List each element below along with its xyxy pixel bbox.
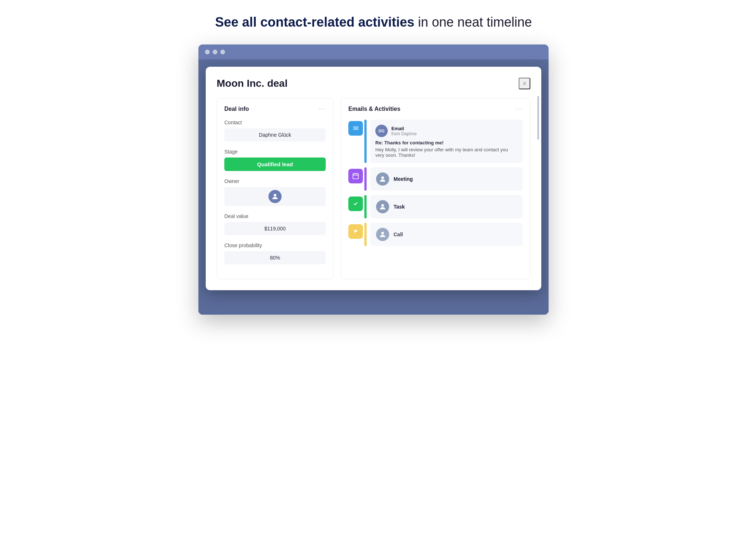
browser-dot-2 (213, 50, 217, 54)
page-headline: See all contact-related activities in on… (215, 15, 532, 30)
meeting-bar (364, 167, 367, 191)
activity-task-row: Task (348, 195, 523, 218)
stage-label: Stage (224, 149, 326, 155)
email-icon-col: ✉ (348, 120, 364, 163)
email-content-col: DG Email from Daphne Re: Thanks for cont… (370, 120, 523, 163)
task-content-col: Task (370, 195, 523, 218)
call-content-col: Call (370, 223, 523, 246)
contact-label: Contact (224, 120, 326, 125)
close-icon: × (522, 79, 527, 88)
modal-close-button[interactable]: × (519, 78, 530, 89)
svg-rect-10 (354, 233, 355, 233)
contact-value[interactable]: Daphne Glück (224, 128, 326, 141)
contact-field: Contact Daphne Glück (224, 120, 326, 141)
browser-dot-3 (220, 50, 225, 54)
browser-titlebar (198, 44, 549, 59)
email-type: Email (391, 126, 417, 131)
email-icon: ✉ (348, 121, 363, 136)
email-header-row: DG Email from Daphne (375, 125, 518, 137)
call-person-avatar (376, 228, 389, 241)
deal-info-panel-header: Deal info ··· (224, 106, 326, 112)
svg-point-7 (381, 204, 384, 207)
modal-dialog: Moon Inc. deal × Deal info ··· Contact (206, 67, 541, 290)
svg-rect-1 (353, 174, 359, 179)
browser-content: De Ma Pipel Twis Ridg Blue Yello Close S… (198, 59, 549, 315)
activity-call-row: Call (348, 223, 523, 246)
owner-label: Owner (224, 178, 326, 184)
email-card: DG Email from Daphne Re: Thanks for cont… (370, 120, 523, 163)
deal-value-field: Deal value $119,000 (224, 213, 326, 235)
close-prob-field: Close probability 80% (224, 242, 326, 264)
owner-avatar-container (224, 187, 326, 206)
meeting-name: Meeting (394, 176, 413, 182)
email-from: from Daphne (391, 131, 417, 136)
call-card: Call (370, 223, 523, 246)
stage-value[interactable]: Qualified lead (224, 158, 326, 171)
meeting-icon-col (348, 167, 364, 191)
activities-panel-header: Emails & Activities ··· (348, 106, 523, 112)
meeting-content-col: Meeting (370, 167, 523, 191)
deal-info-more-button[interactable]: ··· (319, 106, 326, 112)
browser-window: De Ma Pipel Twis Ridg Blue Yello Close S… (198, 44, 549, 315)
owner-avatar (268, 190, 282, 203)
svg-point-5 (381, 176, 384, 179)
deal-value[interactable]: $119,000 (224, 222, 326, 235)
activity-meeting-row: Meeting (348, 167, 523, 191)
activity-email-row: ✉ DG Email from Daphne (348, 120, 523, 163)
task-card: Task (370, 195, 523, 218)
email-meta: Email from Daphne (391, 126, 417, 136)
deal-info-panel-title: Deal info (224, 106, 249, 112)
meeting-person-avatar (376, 172, 389, 186)
call-icon-col (348, 223, 364, 246)
task-icon-col (348, 195, 364, 218)
owner-field: Owner (224, 178, 326, 206)
call-bar (364, 223, 367, 246)
email-bar (364, 120, 367, 163)
deal-info-panel: Deal info ··· Contact Daphne Glück Stage… (217, 98, 333, 279)
close-prob-label: Close probability (224, 242, 326, 248)
email-subject: Re: Thanks for contacting me! (375, 140, 518, 145)
call-name: Call (394, 232, 403, 237)
modal-title: Moon Inc. deal (217, 78, 287, 89)
svg-rect-9 (354, 230, 357, 232)
task-icon (348, 197, 363, 211)
call-icon (348, 224, 363, 239)
task-bar (364, 195, 367, 218)
svg-point-0 (274, 194, 276, 197)
svg-point-11 (381, 232, 384, 234)
task-name: Task (394, 204, 405, 210)
activities-panel-title: Emails & Activities (348, 106, 400, 112)
modal-body: Deal info ··· Contact Daphne Glück Stage… (217, 98, 530, 279)
activities-panel: Emails & Activities ··· ✉ (341, 98, 530, 279)
modal-header: Moon Inc. deal × (217, 78, 530, 89)
email-body: Hey Molly, I will review your offer with… (375, 147, 518, 158)
timeline: ✉ DG Email from Daphne (348, 120, 523, 246)
meeting-icon (348, 169, 363, 183)
headline-normal: in one neat timeline (414, 15, 532, 30)
activities-more-button[interactable]: ··· (516, 106, 523, 112)
stage-field: Stage Qualified lead (224, 149, 326, 171)
meeting-card: Meeting (370, 167, 523, 191)
dg-avatar: DG (375, 125, 388, 137)
close-prob-value[interactable]: 80% (224, 251, 326, 264)
deal-value-label: Deal value (224, 213, 326, 219)
browser-dot-1 (205, 50, 210, 54)
task-person-avatar (376, 200, 389, 213)
headline-bold: See all contact-related activities (215, 15, 414, 30)
